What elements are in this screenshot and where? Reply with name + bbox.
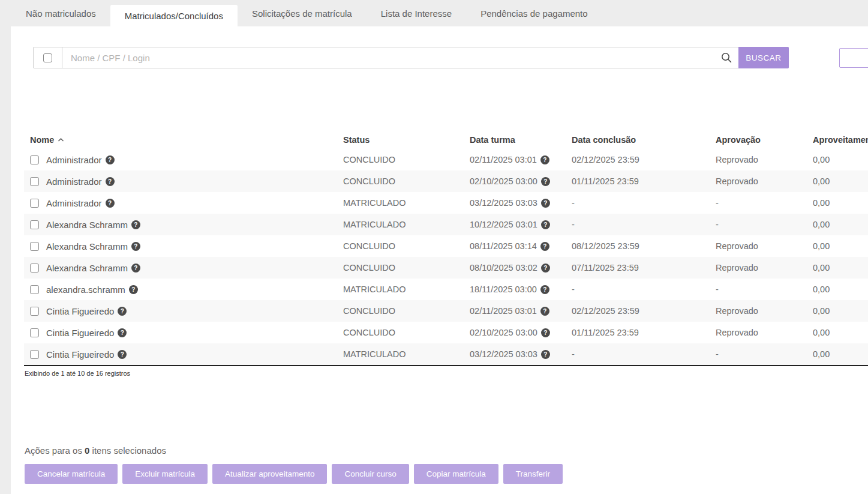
cell-data-turma: 08/10/2025 03:02 ? <box>470 263 572 273</box>
help-icon[interactable]: ? <box>541 264 550 273</box>
cell-nome: Cintia Figueiredo ? <box>24 349 343 360</box>
tab-pendencias-de-pagamento[interactable]: Pendências de pagamento <box>466 0 602 26</box>
column-header-status[interactable]: Status <box>343 135 470 145</box>
data-turma-value: 02/10/2025 03:00 <box>470 328 537 337</box>
cell-status: MATRICULADO <box>343 285 470 294</box>
help-icon[interactable]: ? <box>118 328 127 337</box>
cell-aproveitamento: 0,00 <box>813 306 868 316</box>
action-button-transferir[interactable]: Transferir <box>503 464 563 484</box>
row-checkbox[interactable] <box>30 307 39 316</box>
help-icon[interactable]: ? <box>541 220 550 229</box>
row-checkbox[interactable] <box>30 177 39 186</box>
action-button-excluir-matr-cula[interactable]: Excluir matrícula <box>122 464 208 484</box>
help-icon[interactable]: ? <box>118 350 127 359</box>
cell-status: MATRICULADO <box>343 220 470 229</box>
row-checkbox[interactable] <box>30 328 39 337</box>
search-input[interactable] <box>62 47 720 68</box>
row-checkbox[interactable] <box>30 242 39 251</box>
select-all-checkbox[interactable] <box>43 53 52 62</box>
data-turma-value: 02/10/2025 03:00 <box>470 176 537 186</box>
cell-data-turma: 18/11/2025 03:00 ? <box>470 285 572 294</box>
cell-nome: Alexandra Schramm ? <box>24 241 343 252</box>
action-button-concluir-curso[interactable]: Concluir curso <box>332 464 409 484</box>
tab-solicitacoes-de-matricula[interactable]: Solicitações de matrícula <box>238 0 367 26</box>
student-name: Alexandra Schramm <box>46 220 128 230</box>
table-row: Cintia Figueiredo ? CONCLUIDO 02/11/2025… <box>24 300 868 322</box>
cell-data-turma: 02/11/2025 03:01 ? <box>470 306 572 316</box>
help-icon[interactable]: ? <box>540 242 549 251</box>
cell-aproveitamento: 0,00 <box>813 285 868 294</box>
column-header-aproveitamento[interactable]: Aproveitamento <box>813 135 868 145</box>
cell-aprovacao: Reprovado <box>716 263 813 273</box>
secondary-action-box[interactable] <box>839 48 868 68</box>
action-button-cancelar-matr-cula[interactable]: Cancelar matrícula <box>25 464 118 484</box>
help-icon[interactable]: ? <box>118 307 127 316</box>
help-icon[interactable]: ? <box>541 350 550 359</box>
column-header-data-turma[interactable]: Data turma <box>470 135 572 145</box>
search-box: BUSCAR <box>33 47 789 68</box>
row-checkbox[interactable] <box>30 220 39 229</box>
help-icon[interactable]: ? <box>541 199 550 208</box>
cell-aprovacao: Reprovado <box>716 328 813 337</box>
cell-data-conclusao: - <box>572 349 716 359</box>
table-row: Administrador ? CONCLUIDO 02/11/2025 03:… <box>24 149 868 170</box>
records-summary: Exibindo de 1 até 10 de 16 registros <box>25 370 868 377</box>
tab-matriculados-concluidos[interactable]: Matriculados/Concluídos <box>110 5 238 26</box>
help-icon[interactable]: ? <box>106 199 115 208</box>
table-row: Cintia Figueiredo ? CONCLUIDO 02/10/2025… <box>24 322 868 343</box>
cell-aprovacao: Reprovado <box>716 155 813 164</box>
cell-data-conclusao: 01/11/2025 23:59 <box>572 328 716 337</box>
cell-aproveitamento: 0,00 <box>813 220 868 229</box>
enrollments-table: Nome Status Data turma Data conclusão Ap… <box>24 131 868 366</box>
buscar-button[interactable]: BUSCAR <box>738 47 789 68</box>
cell-aproveitamento: 0,00 <box>813 241 868 251</box>
cell-nome: Administrador ? <box>24 198 343 208</box>
student-name: Alexandra Schramm <box>46 241 128 252</box>
cell-data-turma: 03/12/2025 03:03 ? <box>470 349 572 359</box>
student-name: Administrador <box>46 176 102 187</box>
help-icon[interactable]: ? <box>540 155 549 164</box>
cell-status: MATRICULADO <box>343 198 470 208</box>
row-checkbox[interactable] <box>30 350 39 359</box>
help-icon[interactable]: ? <box>106 177 115 186</box>
cell-data-conclusao: 01/11/2025 23:59 <box>572 176 716 186</box>
tab-nao-matriculados[interactable]: Não matriculados <box>11 0 110 26</box>
row-checkbox[interactable] <box>30 285 39 294</box>
row-checkbox[interactable] <box>30 199 39 208</box>
tab-content-panel: BUSCAR Nome Status Data turma Data concl… <box>11 26 868 494</box>
help-icon[interactable]: ? <box>540 307 549 316</box>
row-checkbox[interactable] <box>30 155 39 164</box>
help-icon[interactable]: ? <box>106 155 115 164</box>
help-icon[interactable]: ? <box>541 328 550 337</box>
cell-aprovacao: Reprovado <box>716 176 813 186</box>
action-button-copiar-matr-cula[interactable]: Copiar matrícula <box>414 464 498 484</box>
cell-nome: Administrador ? <box>24 176 343 187</box>
help-icon[interactable]: ? <box>131 264 140 273</box>
cell-aproveitamento: 0,00 <box>813 176 868 186</box>
row-checkbox[interactable] <box>30 264 39 273</box>
cell-aproveitamento: 0,00 <box>813 198 868 208</box>
cell-status: CONCLUIDO <box>343 328 470 337</box>
column-header-data-conclusao[interactable]: Data conclusão <box>572 135 716 145</box>
student-name: Alexandra Schramm <box>46 263 128 273</box>
column-header-nome[interactable]: Nome <box>24 135 343 145</box>
help-icon[interactable]: ? <box>131 220 140 229</box>
help-icon[interactable]: ? <box>541 177 550 186</box>
cell-data-turma: 08/11/2025 03:14 ? <box>470 241 572 251</box>
cell-data-conclusao: - <box>572 285 716 294</box>
cell-nome: Cintia Figueiredo ? <box>24 328 343 338</box>
column-header-aprovacao[interactable]: Aprovação <box>716 135 813 145</box>
action-button-atualizar-aproveitamento[interactable]: Atualizar aproveitamento <box>212 464 327 484</box>
cell-data-turma: 02/10/2025 03:00 ? <box>470 328 572 337</box>
cell-data-turma: 10/12/2025 03:01 ? <box>470 220 572 229</box>
help-icon[interactable]: ? <box>129 285 138 294</box>
help-icon[interactable]: ? <box>131 242 140 251</box>
search-icon[interactable] <box>720 47 738 68</box>
cell-status: CONCLUIDO <box>343 306 470 316</box>
help-icon[interactable]: ? <box>540 285 549 294</box>
student-name: Administrador <box>46 155 102 165</box>
cell-aprovacao: - <box>716 220 813 229</box>
tab-lista-de-interesse[interactable]: Lista de Interesse <box>367 0 466 26</box>
cell-aprovacao: Reprovado <box>716 241 813 251</box>
actions-summary-suffix: itens selecionados <box>92 445 166 456</box>
